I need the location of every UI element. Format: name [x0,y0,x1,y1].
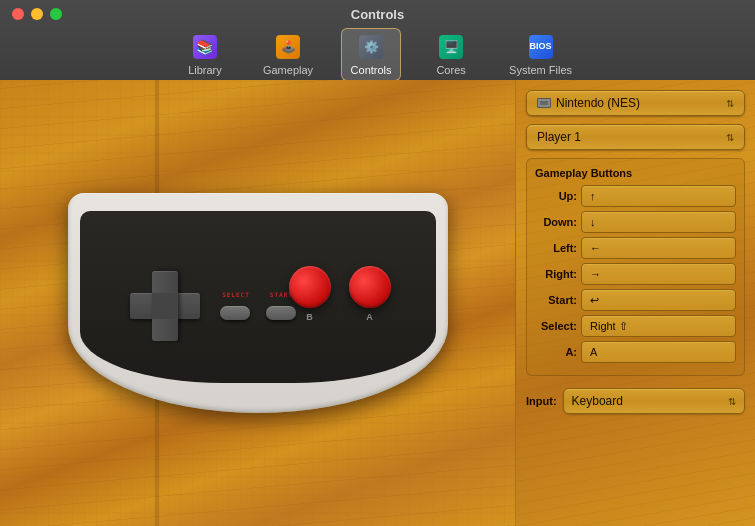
input-dropdown-arrow: ⇅ [728,396,736,407]
a-row-label: A: [535,346,577,358]
toolbar-label-system-files: System Files [509,64,572,76]
b-label: B [289,312,331,322]
nes-controller: SELECT START B A [68,193,448,413]
start-field[interactable]: ↩ [581,289,736,311]
system-dropdown-text: Nintendo (NES) [556,96,640,110]
system-icon [537,98,551,108]
input-dropdown[interactable]: Keyboard ⇅ [563,388,745,414]
a-field[interactable]: A [581,341,736,363]
controls-icon: ⚙️ [357,33,385,61]
select-field[interactable]: Right ⇧ [581,315,736,337]
dpad-center [152,293,178,319]
player-dropdown[interactable]: Player 1 ⇅ [526,124,745,150]
right-field[interactable]: → [581,263,736,285]
select-button[interactable] [220,306,250,320]
down-row: Down: ↓ [535,211,736,233]
toolbar-label-controls: Controls [351,64,392,76]
select-row: Select: Right ⇧ [535,315,736,337]
b-button[interactable] [289,266,331,308]
select-start-labels: SELECT START [222,291,293,298]
system-dropdown-arrow: ⇅ [726,98,734,109]
library-icon: 📚 [191,33,219,61]
a-label: A [349,312,391,322]
titlebar: Controls 📚 Library 🕹️ Gameplay ⚙️ Contro… [0,0,755,80]
a-row: A: A [535,341,736,363]
left-panel: SELECT START B A [0,80,515,526]
toolbar-label-cores: Cores [436,64,465,76]
input-row: Input: Keyboard ⇅ [526,388,745,414]
a-button[interactable] [349,266,391,308]
minimize-button[interactable] [31,8,43,20]
toolbar-item-gameplay[interactable]: 🕹️ Gameplay [255,29,321,80]
toolbar-item-controls[interactable]: ⚙️ Controls [341,28,401,81]
cores-icon: 🖥️ [437,33,465,61]
controller-face: SELECT START B A [80,211,436,383]
gameplay-box-title: Gameplay Buttons [535,167,736,179]
left-field[interactable]: ← [581,237,736,259]
start-row-label: Start: [535,294,577,306]
select-label: SELECT [222,291,250,298]
down-field[interactable]: ↓ [581,211,736,233]
system-dropdown-left: Nintendo (NES) [537,96,640,110]
down-label: Down: [535,216,577,228]
b-button-wrap: B [289,266,331,308]
main-content: SELECT START B A [0,80,755,526]
dpad [130,271,200,341]
right-panel: Nintendo (NES) ⇅ Player 1 ⇅ Gameplay But… [515,80,755,526]
start-row: Start: ↩ [535,289,736,311]
toolbar-item-library[interactable]: 📚 Library [175,29,235,80]
player-dropdown-text: Player 1 [537,130,581,144]
system-files-icon: BIOS [527,33,555,61]
window-controls[interactable] [12,8,62,20]
up-field[interactable]: ↑ [581,185,736,207]
up-row: Up: ↑ [535,185,736,207]
input-label: Input: [526,395,557,407]
toolbar-item-cores[interactable]: 🖥️ Cores [421,29,481,80]
window-title: Controls [351,7,404,22]
right-row: Right: → [535,263,736,285]
gameplay-box: Gameplay Buttons Up: ↑ Down: ↓ Left: ← [526,158,745,376]
titlebar-top: Controls [0,0,755,28]
toolbar-item-system-files[interactable]: BIOS System Files [501,29,580,80]
toolbar-label-library: Library [188,64,222,76]
input-dropdown-text: Keyboard [572,394,623,408]
player-dropdown-arrow: ⇅ [726,132,734,143]
toolbar: 📚 Library 🕹️ Gameplay ⚙️ Controls 🖥️ Cor… [155,28,600,80]
middle-buttons: SELECT START [220,291,296,320]
left-row: Left: ← [535,237,736,259]
up-label: Up: [535,190,577,202]
right-label: Right: [535,268,577,280]
system-dropdown[interactable]: Nintendo (NES) ⇅ [526,90,745,116]
toolbar-label-gameplay: Gameplay [263,64,313,76]
close-button[interactable] [12,8,24,20]
left-label: Left: [535,242,577,254]
ab-buttons: B A [289,266,391,308]
select-start-buttons [220,306,296,320]
a-button-wrap: A [349,266,391,308]
gameplay-icon: 🕹️ [274,33,302,61]
select-row-label: Select: [535,320,577,332]
maximize-button[interactable] [50,8,62,20]
